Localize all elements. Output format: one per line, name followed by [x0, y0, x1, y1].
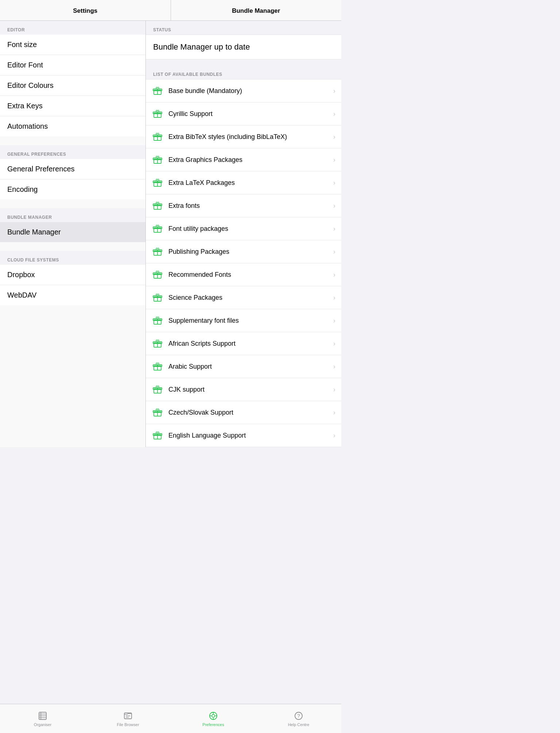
bundle-manager-menu-group: Bundle Manager: [0, 222, 145, 242]
gift-icon-cjk: [152, 384, 163, 395]
extra-keys-label: Extra Keys: [7, 102, 43, 110]
font-size-label: Font size: [7, 40, 37, 49]
bundle-item-arabic[interactable]: Arabic Support ›: [146, 355, 341, 378]
general-preferences-label: General Preferences: [7, 165, 75, 173]
editor-colours-label: Editor Colours: [7, 81, 54, 90]
chevron-icon-cyrillic: ›: [333, 110, 335, 118]
chevron-icon-bibtex: ›: [333, 133, 335, 141]
sidebar-item-editor-font[interactable]: Editor Font: [0, 55, 145, 75]
gift-icon-publishing: [152, 246, 163, 257]
bundle-label-base: Base bundle (Mandatory): [168, 87, 330, 95]
chevron-icon-recommended: ›: [333, 271, 335, 279]
chevron-icon-supplementary: ›: [333, 317, 335, 325]
bundle-label-recommended: Recommended Fonts: [168, 271, 330, 279]
gift-icon-english: [152, 430, 163, 441]
sidebar-item-editor-colours[interactable]: Editor Colours: [0, 75, 145, 96]
sidebar-item-encoding[interactable]: Encoding: [0, 179, 145, 199]
automations-label: Automations: [7, 122, 48, 131]
bundle-item-publishing[interactable]: Publishing Packages ›: [146, 240, 341, 263]
bundle-item-african[interactable]: African Scripts Support ›: [146, 332, 341, 355]
bundle-item-extra-fonts[interactable]: Extra fonts ›: [146, 194, 341, 217]
bundle-item-extra-graphics[interactable]: Extra Graphics Packages ›: [146, 148, 341, 171]
editor-menu-group: Font size Editor Font Editor Colours Ext…: [0, 35, 145, 136]
dropbox-label: Dropbox: [7, 271, 35, 279]
webdav-label: WebDAV: [7, 291, 36, 299]
bundle-label-cyrillic: Cyrillic Support: [168, 110, 330, 118]
gift-icon-graphics: [152, 154, 163, 166]
bundle-item-base-bundle[interactable]: Base bundle (Mandatory) ›: [146, 79, 341, 102]
bundle-item-recommended-fonts[interactable]: Recommended Fonts ›: [146, 263, 341, 286]
gift-icon-font-utility: [152, 223, 163, 234]
bundle-label-latex: Extra LaTeX Packages: [168, 179, 330, 187]
chevron-icon-science: ›: [333, 294, 335, 302]
bundle-label-english: English Language Support: [168, 432, 330, 439]
bundle-label-extra-fonts: Extra fonts: [168, 202, 330, 210]
bundle-label-cjk: CJK support: [168, 386, 330, 393]
bundle-manager-label: Bundle Manager: [7, 228, 61, 236]
bundle-item-english[interactable]: English Language Support ›: [146, 424, 341, 447]
chevron-icon-english: ›: [333, 432, 335, 439]
cloud-menu-group: Dropbox WebDAV: [0, 265, 145, 305]
sidebar-item-font-size[interactable]: Font size: [0, 35, 145, 55]
chevron-icon-african: ›: [333, 340, 335, 348]
sidebar-item-extra-keys[interactable]: Extra Keys: [0, 96, 145, 116]
chevron-icon-cjk: ›: [333, 386, 335, 393]
bundle-item-supplementary[interactable]: Supplementary font files ›: [146, 309, 341, 332]
chevron-icon-base: ›: [333, 87, 335, 95]
chevron-icon-latex: ›: [333, 179, 335, 187]
bundle-item-bibtex[interactable]: Extra BibTeX styles (including BibLaTeX)…: [146, 125, 341, 148]
bundle-label-font-utility: Font utility packages: [168, 225, 330, 233]
gift-icon-supplementary: [152, 315, 163, 326]
bundle-label-publishing: Publishing Packages: [168, 248, 330, 256]
gift-icon-bibtex: [152, 131, 163, 143]
sidebar-item-dropbox[interactable]: Dropbox: [0, 265, 145, 285]
bundle-item-cjk[interactable]: CJK support ›: [146, 378, 341, 401]
bundle-list: Base bundle (Mandatory) › Cyrillic Suppo…: [146, 79, 341, 447]
gift-icon-arabic: [152, 361, 163, 372]
status-message: Bundle Manager up to date: [153, 42, 250, 51]
gift-icon-extra-fonts: [152, 200, 163, 212]
bundle-item-extra-latex[interactable]: Extra LaTeX Packages ›: [146, 171, 341, 194]
bundle-label-arabic: Arabic Support: [168, 363, 330, 371]
chevron-icon-arabic: ›: [333, 363, 335, 371]
section-label-editor: EDITOR: [0, 21, 145, 35]
gift-icon-latex: [152, 177, 163, 189]
bundle-item-science[interactable]: Science Packages ›: [146, 286, 341, 309]
gift-icon-czech: [152, 407, 163, 418]
chevron-icon-font-utility: ›: [333, 225, 335, 233]
encoding-label: Encoding: [7, 185, 38, 194]
status-section-label: STATUS: [146, 21, 341, 35]
bundle-manager-title: Bundle Manager: [232, 7, 280, 14]
header-bundle-manager: Bundle Manager: [171, 0, 342, 20]
bundle-item-czech-slovak[interactable]: Czech/Slovak Support ›: [146, 401, 341, 424]
bundle-label-bibtex: Extra BibTeX styles (including BibLaTeX): [168, 133, 330, 141]
bundle-label-graphics: Extra Graphics Packages: [168, 156, 330, 164]
section-label-bundle-manager: BUNDLE MANAGER: [0, 208, 145, 222]
sidebar-item-automations[interactable]: Automations: [0, 116, 145, 136]
bundle-label-supplementary: Supplementary font files: [168, 317, 330, 325]
gift-icon-science: [152, 292, 163, 303]
gift-icon-cyrillic: [152, 108, 163, 120]
section-label-cloud: CLOUD FILE SYSTEMS: [0, 251, 145, 265]
sidebar-item-general-preferences[interactable]: General Preferences: [0, 159, 145, 179]
chevron-icon-czech: ›: [333, 409, 335, 416]
chevron-icon-extra-fonts: ›: [333, 202, 335, 210]
bundle-item-font-utility[interactable]: Font utility packages ›: [146, 217, 341, 240]
bundle-label-african: African Scripts Support: [168, 340, 330, 348]
gift-icon-african: [152, 338, 163, 349]
editor-font-label: Editor Font: [7, 61, 43, 69]
bundles-section-label: LIST OF AVAILABLE BUNDLES: [146, 65, 341, 79]
header-settings: Settings: [0, 0, 171, 20]
bundle-label-science: Science Packages: [168, 294, 330, 302]
sidebar-item-webdav[interactable]: WebDAV: [0, 285, 145, 305]
chevron-icon-publishing: ›: [333, 248, 335, 256]
app-header: Settings Bundle Manager: [0, 0, 341, 21]
general-menu-group: General Preferences Encoding: [0, 159, 145, 199]
section-label-general: GENERAL PREFERENCES: [0, 145, 145, 159]
right-panel: STATUS Bundle Manager up to date LIST OF…: [146, 21, 341, 447]
main-content: EDITOR Font size Editor Font Editor Colo…: [0, 21, 341, 476]
bundle-item-cyrillic[interactable]: Cyrillic Support ›: [146, 102, 341, 125]
sidebar-item-bundle-manager[interactable]: Bundle Manager: [0, 222, 145, 242]
status-card: Bundle Manager up to date: [146, 35, 341, 59]
gift-icon-base: [152, 85, 163, 97]
